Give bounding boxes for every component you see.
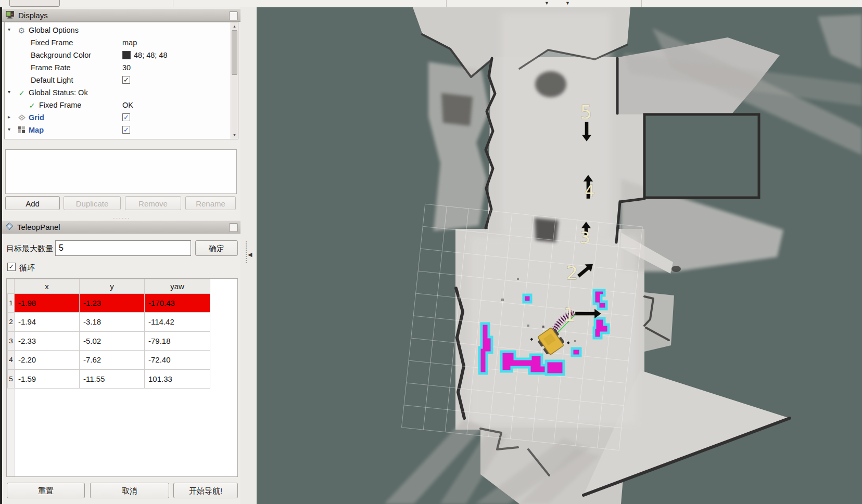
waypoint-table[interactable]: xyyaw1-1.98-1.23-170.432-1.94-3.18-114.4…: [6, 278, 238, 477]
tree-row-map[interactable]: ▾Map✓: [5, 124, 238, 137]
table-header-y[interactable]: y: [80, 279, 145, 294]
table-cell[interactable]: -7.62: [80, 351, 145, 369]
tree-row-global-status-ok[interactable]: ▾✓Global Status: Ok: [5, 87, 238, 99]
rviz-window: ▼ ▼ Displays ▾⚙Global OptionsFixed Frame…: [0, 0, 862, 504]
goal-count-input[interactable]: [55, 240, 191, 256]
scroll-up-icon[interactable]: ▲: [231, 23, 238, 30]
displays-panel-header[interactable]: Displays: [2, 9, 240, 22]
dock-resize-handle[interactable]: [246, 241, 247, 263]
displays-description-area: [5, 149, 237, 194]
table-cell[interactable]: -1.59: [15, 370, 80, 389]
table-row-number[interactable]: 1: [7, 294, 15, 313]
table-cell[interactable]: -1.98: [15, 294, 80, 313]
table-cell[interactable]: -79.18: [145, 332, 210, 351]
tree-row-checkbox[interactable]: ✓: [122, 76, 130, 84]
dock-collapse-arrow[interactable]: ◀: [248, 251, 252, 258]
loop-label: 循环: [19, 263, 35, 273]
tree-row-label: Background Color: [31, 51, 91, 59]
table-row-number[interactable]: 4: [7, 351, 15, 369]
footer-button-0[interactable]: 重置: [7, 483, 85, 498]
map-icon: [17, 126, 26, 135]
dock-gutter: ◀: [240, 7, 257, 504]
table-cell[interactable]: -170.43: [145, 294, 210, 313]
expander-closed-icon[interactable]: ▸: [18, 139, 21, 139]
table-row-number[interactable]: 2: [7, 313, 15, 331]
displays-tree[interactable]: ▾⚙Global OptionsFixed FramemapBackground…: [4, 22, 238, 139]
tree-row-global-options[interactable]: ▾⚙Global Options: [5, 24, 238, 37]
footer-button-1[interactable]: 取消: [90, 483, 169, 498]
3d-viewport[interactable]: 12345: [257, 7, 862, 504]
tree-row-status-ok[interactable]: ▸✓Status: Ok: [5, 137, 238, 139]
waypoint-number-label: 3: [580, 228, 590, 248]
map-canvas: 12345: [257, 7, 862, 504]
table-header-yaw[interactable]: yaw: [145, 279, 210, 294]
table-cell[interactable]: -2.20: [15, 351, 80, 369]
gear-icon: ⚙: [17, 26, 26, 35]
tree-row-label: Global Options: [29, 26, 79, 34]
teleop-panel-icon: [5, 222, 14, 232]
tree-row-background-color[interactable]: Background Color 48; 48; 48: [5, 49, 238, 62]
expander-open-icon[interactable]: ▾: [8, 126, 10, 132]
tree-row-checkbox[interactable]: ✓: [122, 113, 130, 121]
status-ok-icon: ✓: [17, 88, 26, 97]
tree-row-grid[interactable]: ▸Grid✓: [5, 112, 238, 124]
footer-button-2[interactable]: 开始导航!: [173, 483, 238, 498]
duplicate-button[interactable]: Duplicate: [64, 196, 121, 210]
expander-open-icon[interactable]: ▾: [8, 89, 10, 95]
table-cell[interactable]: -2.33: [15, 332, 80, 351]
toolbar-separator: [641, 0, 642, 7]
rename-button[interactable]: Rename: [185, 196, 236, 210]
displays-panel-title: Displays: [18, 11, 48, 20]
displays-float-button[interactable]: [229, 11, 238, 20]
table-cell[interactable]: -72.40: [145, 351, 210, 369]
confirm-button[interactable]: 确定: [195, 240, 238, 256]
table-cell[interactable]: 101.33: [145, 370, 210, 389]
table-header-x[interactable]: x: [15, 279, 80, 294]
table-row-header-strip: [7, 389, 15, 476]
table-row-number[interactable]: 5: [7, 370, 15, 389]
waypoint-number-label: 5: [580, 101, 592, 123]
tree-row-value[interactable]: 48; 48; 48: [134, 51, 168, 59]
remove-button[interactable]: Remove: [125, 196, 181, 210]
tree-row-label: Grid: [29, 113, 44, 122]
toolbar-dropdown-caret[interactable]: ▼: [544, 0, 549, 7]
grid-icon: [17, 113, 26, 122]
table-cell[interactable]: -1.23: [80, 294, 145, 313]
table-cell[interactable]: -3.18: [80, 313, 145, 331]
color-swatch[interactable]: [122, 51, 131, 59]
tree-row-label: Frame Rate: [31, 63, 71, 72]
table-cell[interactable]: -114.42: [145, 313, 210, 331]
toolbar-dropdown-caret[interactable]: ▼: [565, 0, 570, 7]
toolbar-partial-button[interactable]: [9, 0, 60, 7]
toolbar: ▼ ▼: [0, 0, 862, 8]
expander-open-icon[interactable]: ▾: [8, 27, 10, 32]
teleop-float-button[interactable]: [229, 223, 238, 232]
teleop-panel-header[interactable]: TeleopPanel: [2, 221, 240, 234]
table-cell[interactable]: -1.94: [15, 313, 80, 331]
tree-row-value[interactable]: OK: [122, 101, 133, 109]
toolbar-separator: [173, 0, 173, 7]
tree-row-label: Map: [29, 126, 44, 134]
table-cell[interactable]: -5.02: [80, 332, 145, 351]
add-button[interactable]: Add: [5, 196, 60, 210]
tree-row-frame-rate[interactable]: Frame Rate30: [5, 62, 238, 74]
tree-row-checkbox[interactable]: ✓: [122, 126, 130, 134]
tree-row-fixed-frame[interactable]: Fixed Framemap: [5, 37, 238, 49]
tree-row-label: Fixed Frame: [31, 38, 73, 47]
displays-icon: [5, 10, 15, 20]
expander-closed-icon[interactable]: ▸: [8, 114, 10, 120]
table-cell[interactable]: -11.55: [80, 370, 145, 389]
status-ok-icon: ✓: [28, 138, 36, 139]
tree-scrollbar[interactable]: ▲ ▼: [231, 22, 238, 139]
tree-row-default-light[interactable]: Default Light✓: [5, 74, 238, 87]
scroll-down-icon[interactable]: ▼: [231, 132, 238, 138]
waypoint-marker-5: 5: [580, 101, 592, 141]
scrollbar-thumb[interactable]: [232, 30, 237, 75]
tree-row-fixed-frame[interactable]: ✓Fixed FrameOK: [5, 99, 238, 112]
tree-row-value[interactable]: 30: [122, 63, 131, 72]
panel-splitter-handle[interactable]: ······: [109, 215, 135, 221]
tree-row-value[interactable]: map: [122, 38, 137, 47]
waypoint-number-label: 4: [585, 181, 595, 201]
loop-checkbox[interactable]: ✓: [7, 263, 16, 271]
table-row-number[interactable]: 3: [7, 332, 15, 351]
